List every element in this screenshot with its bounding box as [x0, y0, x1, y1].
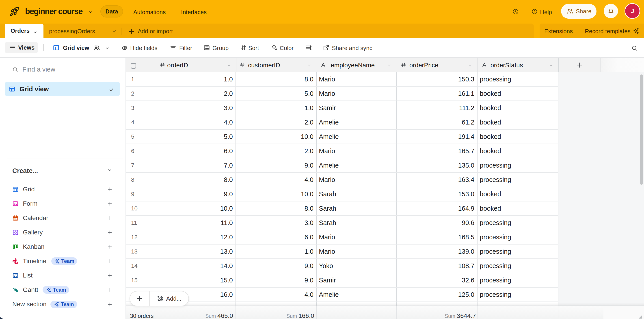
svg-text:31: 31 — [14, 218, 16, 220]
